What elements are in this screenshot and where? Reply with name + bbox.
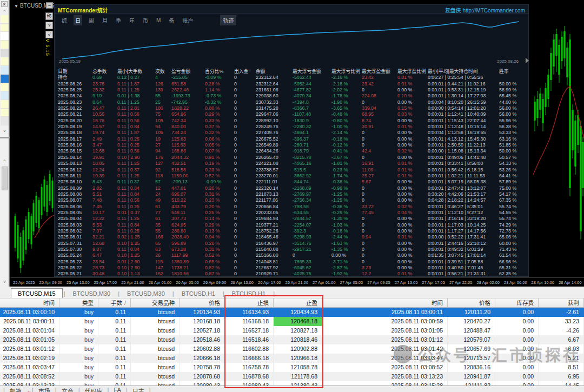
stats-cell: 19.74 <box>92 130 117 136</box>
trade-cell: 2025.08.11 03:00:11 <box>322 308 448 317</box>
symbol-cell[interactable] <box>1 75 9 83</box>
stats-row: 2025.08.077.480.11 | 0.5649510.220.23 %0… <box>58 197 526 203</box>
close-icon[interactable]: × <box>1 1 8 7</box>
stats-row: 2025.07.309.070.11 | 0.8463673.280.31 %0… <box>58 247 526 253</box>
stats-cell: 0.11 | 0.84 <box>117 185 155 191</box>
stats-row: 2025.08.249.100.01 | 1.3855-1693.73-0.73… <box>58 93 526 99</box>
scroll-up-icon[interactable]: ^ <box>1 158 8 164</box>
stats-cell: 持仓 <box>58 75 92 81</box>
symbol-cell[interactable] <box>1 32 9 41</box>
stats-cell: 0 <box>234 136 256 142</box>
stats-cell: 0.37 % <box>205 124 234 130</box>
trade-header-3[interactable]: 交易品种 <box>131 298 180 307</box>
trade-cell: buy <box>59 372 98 381</box>
move-button[interactable]: 移 <box>45 12 53 20</box>
status-item-代码库[interactable]: 代码库 <box>80 387 108 392</box>
check-button[interactable]: √ <box>45 31 53 38</box>
stats-cell: 0.00 % <box>397 259 428 265</box>
tab-BTCUSD,M30[interactable]: BTCUSD,M30 <box>67 289 117 298</box>
status-item-邮箱[interactable]: 邮箱 <box>5 387 26 392</box>
trade-cell: 2025.08.11 03:00:59 <box>322 317 448 326</box>
candle-body <box>542 99 543 123</box>
tab-BTCUSD,M30[interactable]: BTCUSD,M30 <box>121 289 171 298</box>
panel-resize-handle[interactable] <box>526 58 529 63</box>
trade-cell: 0.11 <box>98 354 131 363</box>
stats-header-cell: 次数 <box>155 69 171 75</box>
tab-BTCUSD,H1[interactable]: BTCUSD,H1 <box>175 289 222 298</box>
status-item-FA[interactable]: FA <box>109 387 125 392</box>
trade-header-4[interactable]: 价格 <box>180 298 225 307</box>
status-item-市场[interactable]: 市场 <box>34 387 55 392</box>
stats-row: 2025.08.1512.680.11 | 0.5694168.860.07 %… <box>58 148 526 154</box>
stats-cell: 2025.08.20 <box>58 118 92 124</box>
tab-BTCUSD,M15[interactable]: BTCUSD,M15 <box>11 288 63 298</box>
status-item-日志[interactable]: 日志 <box>128 387 149 392</box>
symbol-cell[interactable] <box>1 83 9 92</box>
stats-cell: 39.91 <box>92 155 117 161</box>
stats-cell: 2025.08.22 <box>58 105 92 111</box>
stats-cell: -0.23 % <box>331 167 362 173</box>
trade-cell: buy <box>59 363 98 372</box>
trade-header-10[interactable]: 获利 <box>539 298 584 307</box>
stats-cell: 12.24 <box>92 167 117 173</box>
stats-cell: 2025.08.05 <box>58 210 92 216</box>
symbol-cell[interactable] <box>1 41 9 49</box>
symbol-cell[interactable] <box>1 91 9 100</box>
candle-body <box>580 126 581 231</box>
trade-header-2[interactable]: 手数/ <box>98 298 131 307</box>
scroll-up-icon[interactable]: ^ <box>1 8 8 14</box>
symbol-cell[interactable] <box>1 15 9 24</box>
trade-header-8[interactable]: 价格 <box>448 298 495 307</box>
help-button[interactable]: ? <box>45 22 53 29</box>
stats-cell: 742.34 <box>171 118 205 124</box>
scrollbar-thumb[interactable] <box>2 167 8 190</box>
symbol-cell[interactable] <box>1 24 9 32</box>
scroll-down-icon[interactable]: v <box>1 278 8 284</box>
stats-cell: 0.00 % <box>397 247 428 253</box>
stats-cell: 0.00 % <box>397 228 428 234</box>
trade-header-9[interactable]: 库存费 <box>495 298 539 307</box>
stats-cell: 55 <box>155 93 171 99</box>
stats-cell: 0.10 | 1.25 <box>117 253 155 258</box>
trade-header-0[interactable]: 时间 <box>0 298 59 307</box>
brand-link[interactable]: 复盘侠 http://MTCommander.com <box>445 6 525 14</box>
stats-cell: 0.11 | 1.87 <box>117 81 155 87</box>
stats-cell: 0.11 | 0.37 <box>117 179 155 185</box>
candle-body <box>553 39 554 67</box>
symbol-cell[interactable] <box>1 109 9 117</box>
stats-cell: -209.13 <box>171 179 205 185</box>
symbol-cell[interactable] <box>1 57 9 66</box>
axis-tick-label: 27 Apr 05:05 <box>340 280 363 285</box>
candle-body <box>33 203 35 231</box>
status-item-文章[interactable]: 文章 <box>57 387 78 392</box>
stats-cell: 67.35 % <box>499 197 524 203</box>
symbol-cell[interactable] <box>1 66 9 75</box>
axis-tick-label: 28 Apr 14:00 <box>559 280 582 285</box>
scroll-down-icon[interactable]: v <box>1 128 8 134</box>
stats-cell: 230732.33 <box>256 99 293 105</box>
stats-row: 2025.07.3112.680.10 | 1.2565596.890.28 %… <box>58 241 526 247</box>
stats-cell: 2025.08.16 <box>58 142 92 148</box>
symbol-cell[interactable] <box>1 49 9 58</box>
stats-cell: 518.56 <box>171 167 205 173</box>
trade-header-1[interactable]: 类型 <box>59 298 98 307</box>
stats-cell: 14.57 <box>92 124 117 130</box>
symbol-color-strip[interactable] <box>1 15 9 125</box>
stats-cell: -1.63 % <box>331 241 362 247</box>
trade-header-7[interactable]: 时间 <box>322 298 448 307</box>
candle-body <box>36 196 37 223</box>
symbol-cell[interactable] <box>1 100 9 109</box>
minimize-button[interactable]: – <box>46 2 53 9</box>
stats-header-cell: 最小|大手数 <box>117 69 155 75</box>
stats-cell: 0 <box>362 87 397 93</box>
candle-body <box>577 115 579 145</box>
stats-cell: 654.96 <box>171 111 205 117</box>
stats-cell: 226549.89 <box>256 142 293 148</box>
trade-cell: 0.00 <box>495 335 539 344</box>
stats-cell: 219684.94 <box>256 216 293 222</box>
symbol-cell[interactable] <box>1 117 9 125</box>
stats-cell: 0 <box>234 216 256 222</box>
stats-header-row: 日期总手数最小|大手数次数盈亏金额百分比%出入金余额最大浮亏金额最大浮亏比例最大… <box>58 69 526 75</box>
stats-cell: 0.11 | 0.25 <box>117 228 155 234</box>
stats-cell: -6045.62 <box>293 265 331 271</box>
